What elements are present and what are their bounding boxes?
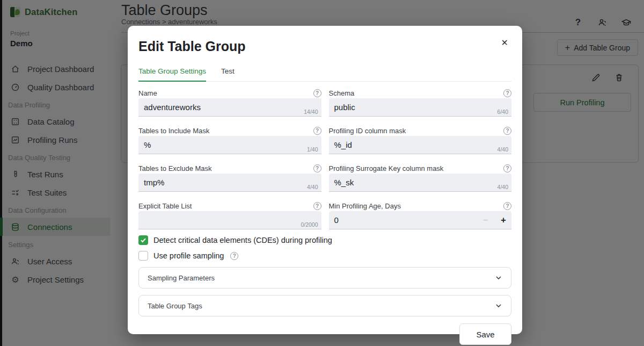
surrogate-key-mask-input[interactable]: %_sk 4/40 — [329, 174, 512, 192]
field-tables-exclude-mask: Tables to Exclude Mask ? tmp% 4/40 — [138, 159, 321, 192]
checkbox-unchecked[interactable] — [138, 251, 148, 261]
modal-title: Edit Table Group — [138, 39, 511, 54]
tables-include-mask-input[interactable]: % 1/40 — [138, 136, 321, 154]
check-icon — [140, 237, 147, 243]
profile-sampling-checkbox-row[interactable]: Use profile sampling ? — [138, 251, 511, 261]
table-group-tags-panel[interactable]: Table Group Tags — [138, 295, 511, 316]
help-circle-icon[interactable]: ? — [313, 164, 321, 172]
modal-footer: Save — [138, 323, 511, 345]
field-schema: Schema ? public 6/40 — [329, 84, 512, 117]
help-circle-icon[interactable]: ? — [503, 164, 511, 172]
field-tables-include-mask: Tables to Include Mask ? % 1/40 — [138, 121, 321, 154]
explicit-table-list-input[interactable]: 0/2000 — [138, 211, 321, 229]
field-explicit-table-list: Explicit Table List ? 0/2000 — [138, 197, 321, 229]
panel-label: Table Group Tags — [148, 302, 202, 310]
char-counter: 6/40 — [497, 109, 508, 115]
tab-table-group-settings[interactable]: Table Group Settings — [138, 67, 206, 82]
checkbox-checked[interactable] — [138, 235, 148, 245]
sampling-parameters-panel[interactable]: Sampling Parameters — [138, 267, 511, 289]
input-value: tmp% — [144, 178, 164, 187]
panel-label: Sampling Parameters — [148, 274, 215, 282]
min-profiling-age-input[interactable]: 0 − + — [329, 211, 512, 229]
input-value: adventureworks — [144, 103, 201, 112]
schema-input[interactable]: public 6/40 — [329, 98, 512, 117]
checkbox-label: Use profile sampling — [153, 251, 224, 260]
help-circle-icon[interactable]: ? — [503, 202, 511, 210]
input-value: 0 — [334, 215, 339, 225]
input-value: %_id — [334, 140, 352, 149]
field-label: Explicit Table List — [138, 202, 192, 210]
profiling-id-mask-input[interactable]: %_id 4/40 — [329, 136, 512, 154]
field-label: Name — [138, 89, 157, 97]
increment-icon[interactable]: + — [501, 215, 506, 226]
help-circle-icon[interactable]: ? — [503, 89, 511, 97]
help-circle-icon[interactable]: ? — [313, 202, 321, 210]
field-label: Profiling Surrogate Key column mask — [329, 164, 444, 172]
input-value: % — [144, 140, 151, 149]
field-label: Tables to Include Mask — [138, 127, 209, 135]
close-icon[interactable]: ✕ — [501, 39, 508, 47]
help-circle-icon[interactable]: ? — [230, 252, 238, 260]
field-label: Profiling ID column mask — [329, 127, 406, 135]
number-stepper: − + — [483, 211, 506, 229]
input-value: public — [334, 103, 355, 112]
name-input[interactable]: adventureworks 14/40 — [138, 98, 321, 117]
help-circle-icon[interactable]: ? — [313, 89, 321, 97]
field-label: Tables to Exclude Mask — [138, 164, 212, 172]
chevron-down-icon — [495, 302, 502, 309]
char-counter: 4/40 — [307, 184, 318, 190]
save-button[interactable]: Save — [459, 323, 511, 345]
field-label: Schema — [329, 89, 355, 97]
char-counter: 14/40 — [304, 109, 318, 115]
settings-form: Name ? adventureworks 14/40 Schema ? pub… — [138, 84, 511, 229]
modal-tabs: Table Group Settings Test — [138, 67, 511, 82]
edit-table-group-modal: Edit Table Group ✕ Table Group Settings … — [128, 26, 522, 334]
chevron-down-icon — [495, 274, 502, 282]
char-counter: 1/40 — [307, 146, 318, 153]
char-counter: 4/40 — [497, 146, 508, 153]
tab-test[interactable]: Test — [221, 67, 235, 81]
decrement-icon[interactable]: − — [483, 215, 488, 225]
help-circle-icon[interactable]: ? — [503, 127, 511, 135]
field-name: Name ? adventureworks 14/40 — [138, 84, 321, 117]
field-min-profiling-age: Min Profiling Age, Days ? 0 − + — [329, 197, 512, 229]
field-profiling-id-mask: Profiling ID column mask ? %_id 4/40 — [329, 121, 512, 154]
field-surrogate-key-mask: Profiling Surrogate Key column mask ? %_… — [329, 159, 512, 192]
field-label: Min Profiling Age, Days — [329, 202, 401, 210]
checkbox-label: Detect critical data elements (CDEs) dur… — [153, 236, 332, 244]
tables-exclude-mask-input[interactable]: tmp% 4/40 — [138, 174, 321, 192]
detect-cdes-checkbox-row[interactable]: Detect critical data elements (CDEs) dur… — [138, 235, 511, 245]
help-circle-icon[interactable]: ? — [313, 127, 321, 135]
char-counter: 0/2000 — [301, 221, 318, 228]
input-value: %_sk — [334, 178, 354, 187]
char-counter: 4/40 — [497, 184, 508, 190]
